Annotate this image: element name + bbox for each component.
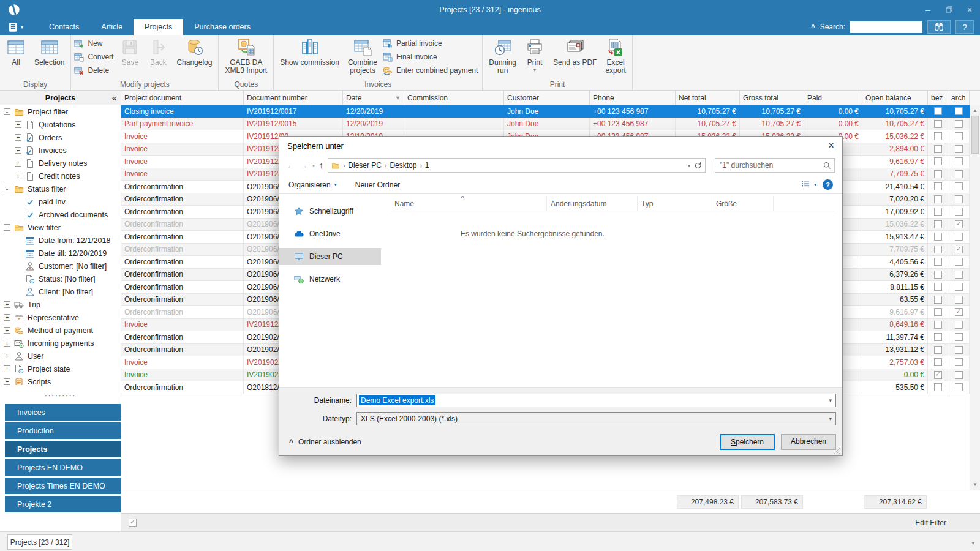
tree-expander[interactable]: -: [4, 186, 10, 192]
ribbon-button-all[interactable]: All: [2, 36, 30, 80]
arch-checkbox[interactable]: [955, 208, 963, 216]
cancel-button[interactable]: Abbrechen: [781, 434, 836, 450]
column-header-bez[interactable]: bez: [928, 91, 948, 105]
tree-expander[interactable]: +: [15, 121, 21, 128]
recent-locations-icon[interactable]: ▾: [312, 163, 315, 168]
sidebar-item-invoices[interactable]: Invoices: [5, 404, 121, 421]
tree-expander[interactable]: +: [15, 173, 21, 179]
bez-checkbox[interactable]: [934, 220, 942, 228]
arch-checkbox[interactable]: [955, 157, 963, 165]
splitter-handle[interactable]: ·········: [0, 393, 121, 400]
bez-checkbox[interactable]: [934, 308, 942, 316]
tree-item-orders[interactable]: +Orders: [0, 131, 121, 144]
ribbon-button-partial-invoice[interactable]: Partial invoice: [383, 37, 478, 49]
place-netzwerk[interactable]: Netzwerk: [279, 271, 381, 288]
tree-expander[interactable]: +: [4, 327, 10, 334]
tab-projects[interactable]: Projects: [134, 19, 183, 35]
bez-checkbox[interactable]: [934, 132, 942, 140]
arch-checkbox[interactable]: [955, 383, 963, 391]
arch-checkbox[interactable]: [955, 283, 963, 291]
breadcrumb-desktop[interactable]: Desktop: [390, 161, 417, 170]
view-options-button[interactable]: ▾: [801, 181, 816, 189]
dialog-close-button[interactable]: ×: [820, 137, 842, 155]
scroll-down-icon[interactable]: ▼: [970, 480, 980, 489]
tab-article[interactable]: Article: [90, 19, 134, 35]
ribbon-button-print[interactable]: Print▾: [521, 36, 549, 80]
column-header-gross-total[interactable]: Gross total: [740, 91, 804, 105]
column-header-open-balance[interactable]: Open balance: [862, 91, 928, 105]
ribbon-button-gaeb-da-xml3-import[interactable]: GAEB DA XML3 Import: [221, 36, 271, 80]
arch-checkbox[interactable]: [955, 308, 963, 316]
sidebar-item-projects-times-en-demo[interactable]: Projects Times EN DEMO: [5, 478, 121, 494]
ribbon-button-selection[interactable]: Selection: [30, 36, 69, 80]
arch-checkbox[interactable]: [955, 120, 963, 128]
tree-item-scripts[interactable]: +Scripts: [0, 375, 121, 388]
sidebar-item-projects[interactable]: Projects: [5, 441, 121, 457]
tree-item-client-no-filter[interactable]: Client: [No filter]: [0, 285, 121, 298]
bez-checkbox[interactable]: [934, 170, 942, 178]
bez-checkbox[interactable]: [934, 283, 942, 291]
table-row[interactable]: Part payment invoiceIV201912/001512/20/2…: [121, 118, 980, 131]
tree-expander[interactable]: -: [4, 108, 10, 115]
tree-item-customer-no-filter[interactable]: Customer: [No filter]: [0, 260, 121, 272]
column-header-project-document[interactable]: Project document: [121, 91, 244, 105]
tree-item-method-of-payment[interactable]: +Method of payment: [0, 324, 121, 337]
ribbon-button-final-invoice[interactable]: Final invoice: [383, 51, 478, 62]
column-header-document-number[interactable]: Document number: [244, 91, 343, 105]
bez-checkbox[interactable]: [934, 258, 942, 266]
tree-expander[interactable]: +: [4, 365, 10, 372]
place-onedrive[interactable]: OneDrive: [279, 225, 381, 242]
tree-item-view-filter[interactable]: -View filter: [0, 221, 121, 234]
tree-expander[interactable]: +: [4, 378, 10, 385]
bez-checkbox[interactable]: [934, 107, 942, 115]
tree-item-incoming-payments[interactable]: +Incoming payments: [0, 337, 121, 350]
file-column-nderungsdatum[interactable]: Änderungsdatum: [547, 196, 638, 211]
collapse-sidebar-icon[interactable]: «: [112, 93, 116, 102]
bez-checkbox[interactable]: [934, 208, 942, 216]
address-dropdown-icon[interactable]: ▾: [688, 163, 690, 168]
filename-dropdown-icon[interactable]: ▾: [829, 397, 832, 403]
arch-checkbox[interactable]: [955, 271, 963, 279]
arch-checkbox[interactable]: [955, 182, 963, 190]
tab-purchase-orders[interactable]: Purchase orders: [183, 19, 262, 35]
column-header-net-total[interactable]: Net total: [676, 91, 740, 105]
tree-expander[interactable]: +: [4, 301, 10, 308]
collapse-ribbon-icon[interactable]: ^: [811, 23, 815, 31]
arch-checkbox[interactable]: [955, 333, 963, 341]
arch-checkbox[interactable]: [955, 296, 963, 304]
help-button[interactable]: ?: [956, 20, 974, 34]
bez-checkbox[interactable]: [934, 346, 942, 354]
arch-checkbox[interactable]: [955, 233, 963, 241]
bez-checkbox[interactable]: [934, 271, 942, 279]
tree-item-quotations[interactable]: +Quotations: [0, 118, 121, 131]
view-tab-projects[interactable]: Projects [23 / 312]: [7, 534, 72, 550]
column-header-paid[interactable]: Paid: [804, 91, 862, 105]
arch-checkbox[interactable]: [955, 258, 963, 266]
tree-item-archived-documents[interactable]: Archived documents: [0, 208, 121, 221]
filename-input[interactable]: Demo Excel export.xls ▾: [356, 394, 836, 407]
arch-checkbox[interactable]: [955, 145, 963, 153]
sidebar-item-production[interactable]: Production: [5, 422, 121, 439]
tree-item-trip[interactable]: +Trip: [0, 298, 121, 311]
arch-checkbox[interactable]: [955, 132, 963, 140]
ribbon-button-save[interactable]: Save: [116, 36, 144, 80]
file-column-gr-e[interactable]: Größe: [712, 196, 774, 211]
arch-checkbox[interactable]: [955, 220, 963, 228]
bez-checkbox[interactable]: [934, 145, 942, 153]
tree-expander[interactable]: +: [15, 160, 21, 167]
tree-item-delivery-notes[interactable]: +Delivery notes: [0, 157, 121, 170]
address-bar[interactable]: ›Dieser PC›Desktop›1 ▾: [328, 158, 706, 173]
scroll-up-icon[interactable]: ▲: [970, 106, 980, 115]
bez-checkbox[interactable]: [934, 246, 942, 253]
binoculars-search-button[interactable]: [927, 20, 951, 34]
minimize-button[interactable]: –: [918, 0, 938, 19]
ribbon-button-combine-projects[interactable]: Combine projects: [344, 36, 382, 80]
bez-checkbox[interactable]: [934, 296, 942, 304]
menu-button[interactable]: ▾: [0, 19, 29, 35]
arch-checkbox[interactable]: [955, 195, 963, 203]
column-header-customer[interactable]: Customer: [504, 91, 590, 105]
arch-checkbox[interactable]: [955, 358, 963, 366]
ribbon-button-back[interactable]: Back: [144, 36, 172, 80]
tree-expander[interactable]: +: [4, 340, 10, 347]
search-input[interactable]: [850, 21, 922, 33]
